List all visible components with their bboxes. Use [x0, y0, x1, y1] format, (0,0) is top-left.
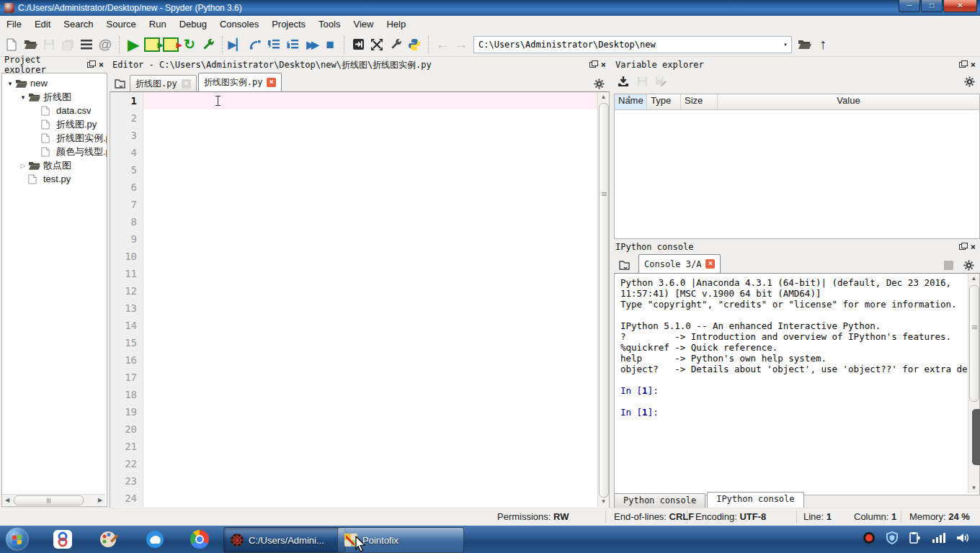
record-icon[interactable] [863, 531, 876, 544]
console-panel[interactable]: Python 3.6.0 |Anaconda 4.3.1 (64-bit)| (… [614, 273, 980, 495]
undock-icon[interactable] [958, 60, 968, 69]
browse-tabs-icon[interactable] [111, 76, 128, 91]
scroll-down-icon[interactable]: ▼ [598, 497, 609, 507]
bottom-tab-ipython-console[interactable]: IPython console [707, 492, 803, 508]
netdisk-icon[interactable] [52, 529, 74, 550]
collapse-arrow-icon[interactable]: ▾ [5, 80, 15, 87]
scroll-down-icon[interactable]: ▼ [968, 483, 979, 493]
network-signal-icon[interactable] [932, 532, 946, 544]
file-list-icon[interactable] [77, 35, 96, 54]
close-tab-icon[interactable]: × [705, 259, 715, 269]
console-options-gear-icon[interactable] [960, 257, 977, 273]
menu-file[interactable]: File [0, 17, 28, 32]
tree-item-file[interactable]: 颜色与线型.py [2, 145, 107, 158]
save-all-icon[interactable] [58, 35, 77, 54]
save-data-icon[interactable] [633, 72, 651, 91]
debug-icon[interactable]: ▶▏ [227, 35, 246, 54]
rerun-icon[interactable]: ↻ [180, 35, 199, 54]
console-tab[interactable]: Console 3/A × [638, 254, 721, 273]
menu-source[interactable]: Source [100, 17, 143, 32]
menu-search[interactable]: Search [57, 17, 99, 32]
step-into-icon[interactable] [264, 35, 283, 54]
minimize-button[interactable]: ─ [899, 0, 920, 12]
chrome-icon[interactable] [189, 529, 210, 550]
bottom-tab-python-console[interactable]: Python console [614, 493, 705, 508]
taskbar-window-spyder[interactable]: C:/Users/Admini... [223, 527, 346, 553]
window-titlebar[interactable]: C:/Users/Administrator/Desktop/new - Spy… [0, 0, 980, 16]
editor-options-gear-icon[interactable] [590, 76, 607, 91]
scroll-thumb[interactable] [14, 495, 84, 505]
new-file-icon[interactable] [2, 35, 21, 54]
column-header-size[interactable]: Size [681, 94, 718, 109]
forward-icon[interactable]: → [452, 35, 471, 54]
tree-item-file[interactable]: test.py [2, 172, 107, 186]
column-header-type[interactable]: Type [647, 94, 681, 109]
menu-tools[interactable]: Tools [312, 17, 347, 32]
scroll-right-icon[interactable]: ▶ [95, 495, 105, 505]
volume-icon[interactable] [956, 532, 969, 544]
close-panel-icon[interactable]: × [99, 60, 104, 69]
column-header-name[interactable]: ▴Name [615, 94, 647, 109]
open-dir-icon[interactable] [795, 35, 814, 54]
expand-arrow-icon[interactable]: ▷ [18, 162, 28, 169]
scroll-up-icon[interactable]: ▲ [968, 274, 979, 284]
variable-options-gear-icon[interactable] [960, 72, 979, 91]
step-out-icon[interactable] [283, 35, 302, 54]
run-config-wrench-icon[interactable] [199, 35, 218, 54]
save-data-as-icon[interactable] [651, 72, 670, 91]
scroll-left-icon[interactable]: ◀ [2, 495, 12, 505]
editor-tab[interactable]: 折线图.py× [130, 75, 197, 91]
maximize-button[interactable]: □ [921, 0, 943, 12]
menu-consoles[interactable]: Consoles [213, 17, 265, 32]
scroll-thumb[interactable] [599, 103, 609, 498]
continue-icon[interactable]: ▶▶ [302, 35, 321, 54]
tree-item-folder[interactable]: ▾new [2, 76, 107, 90]
back-icon[interactable]: ← [433, 35, 452, 54]
collapse-arrow-icon[interactable]: ▾ [18, 94, 28, 101]
tree-item-folder[interactable]: ▷散点图 [2, 158, 107, 172]
power-plug-icon[interactable] [909, 531, 922, 544]
undock-icon[interactable] [588, 60, 598, 69]
scroll-up-icon[interactable]: ▲ [598, 92, 609, 102]
open-file-icon[interactable] [21, 35, 40, 54]
python-path-icon[interactable] [405, 35, 424, 54]
close-panel-icon[interactable]: × [601, 60, 606, 69]
scroll-thumb[interactable] [969, 285, 979, 402]
menu-debug[interactable]: Debug [173, 17, 213, 32]
project-hscrollbar[interactable]: ◀ ▶ [2, 494, 105, 505]
tree-item-file[interactable]: 折线图实例.py [2, 131, 107, 145]
console-output[interactable]: Python 3.6.0 |Anaconda 4.3.1 (64-bit)| (… [615, 274, 972, 493]
editor-code-area[interactable] [143, 92, 597, 507]
preferences-wrench-icon[interactable] [386, 35, 405, 54]
variable-table[interactable]: ▴NameTypeSizeValue [614, 94, 980, 239]
close-tab-icon[interactable]: × [267, 78, 276, 87]
menu-edit[interactable]: Edit [28, 17, 57, 32]
run-cell-advance-icon[interactable]: ▶ [161, 35, 180, 54]
working-directory-combo[interactable]: C:\Users\Administrator\Desktop\new ▾ [473, 36, 792, 53]
step-icon[interactable] [246, 35, 264, 54]
column-header-value[interactable]: Value [718, 94, 979, 109]
menu-view[interactable]: View [347, 17, 380, 32]
save-file-icon[interactable] [40, 35, 58, 54]
stop-icon[interactable]: ■ [321, 35, 339, 54]
close-button[interactable]: ✕ [943, 0, 977, 12]
paint-tool-icon[interactable] [98, 529, 120, 550]
run-icon[interactable]: ▶ [124, 35, 143, 54]
start-button[interactable] [6, 528, 29, 551]
close-panel-icon[interactable]: × [971, 60, 976, 69]
run-cell-icon[interactable]: ▶ [143, 35, 161, 54]
import-data-icon[interactable] [614, 72, 633, 91]
parent-dir-icon[interactable]: ↑ [814, 35, 832, 54]
undock-icon[interactable] [958, 243, 968, 251]
combo-dropdown-icon[interactable]: ▾ [780, 40, 791, 48]
undock-icon[interactable] [86, 60, 96, 69]
menu-projects[interactable]: Projects [265, 17, 312, 32]
tree-item-folder[interactable]: ▾折线图 [2, 90, 107, 104]
tree-item-file[interactable]: data.csv [2, 104, 107, 117]
close-tab-icon[interactable]: × [182, 79, 191, 89]
editor-tab[interactable]: 折线图实例.py× [198, 73, 282, 91]
menu-run[interactable]: Run [143, 17, 173, 32]
browse-tabs-icon[interactable] [615, 257, 633, 273]
tree-item-file[interactable]: 折线图.py [2, 117, 107, 131]
screen-edge-handle[interactable] [972, 409, 980, 465]
